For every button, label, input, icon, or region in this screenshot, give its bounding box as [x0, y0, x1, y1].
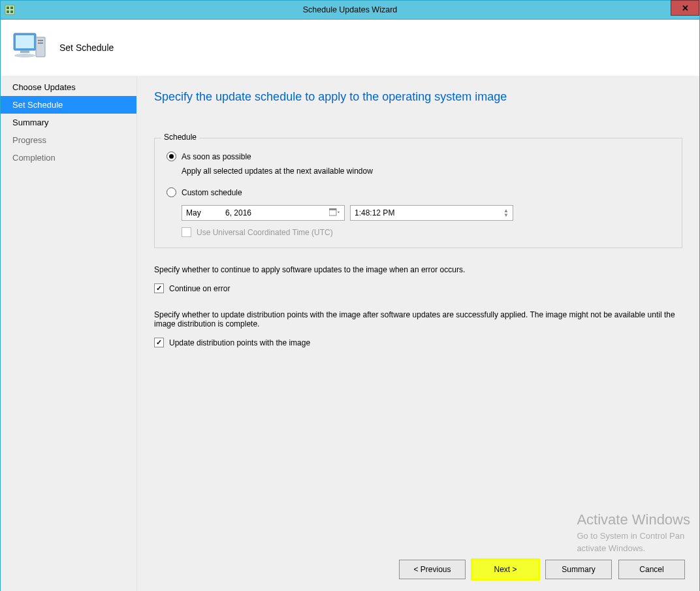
body: Choose Updates Set Schedule Summary Prog…: [1, 76, 699, 591]
svg-rect-2: [10, 7, 13, 9]
computer-icon: [11, 31, 50, 65]
wizard-button-bar: < Previous Next > Summary Cancel: [399, 560, 685, 579]
time-value: 1:48:12 PM: [355, 208, 394, 217]
svg-rect-11: [38, 42, 43, 44]
time-spinner-icon[interactable]: ▲▼: [503, 208, 509, 217]
previous-button[interactable]: < Previous: [399, 560, 466, 579]
svg-rect-3: [7, 10, 9, 13]
svg-rect-10: [38, 40, 43, 41]
svg-rect-4: [10, 10, 13, 13]
close-icon: ✕: [682, 3, 689, 13]
radio-custom-dot: [167, 187, 176, 197]
app-icon: [1, 1, 19, 19]
continue-on-error-checkbox[interactable]: Continue on error: [154, 283, 682, 293]
utc-checkbox-box: [182, 227, 191, 237]
step-choose-updates[interactable]: Choose Updates: [1, 78, 136, 96]
svg-point-8: [14, 54, 35, 57]
radio-asap-label: As soon as possible: [182, 152, 251, 161]
svg-rect-7: [20, 50, 29, 53]
continue-on-error-box: [154, 283, 164, 293]
step-progress: Progress: [1, 131, 136, 149]
radio-custom-label: Custom schedule: [182, 188, 242, 197]
radio-custom[interactable]: Custom schedule: [167, 187, 670, 197]
wizard-window: Schedule Updates Wizard ✕ Set Schedule C…: [0, 0, 700, 591]
date-picker[interactable]: May 6, 2016: [182, 205, 345, 221]
svg-rect-1: [7, 7, 9, 9]
svg-rect-6: [16, 35, 34, 48]
radio-asap[interactable]: As soon as possible: [167, 152, 670, 161]
schedule-legend: Schedule: [161, 133, 199, 142]
utc-checkbox-label: Use Universal Coordinated Time (UTC): [197, 228, 333, 237]
watermark-sub2: activate Windows.: [577, 543, 690, 553]
cancel-button[interactable]: Cancel: [618, 560, 685, 579]
calendar-dropdown-icon[interactable]: [327, 206, 342, 220]
activate-windows-watermark: Activate Windows Go to System in Control…: [577, 511, 690, 553]
close-button[interactable]: ✕: [671, 0, 699, 16]
update-dp-label: Update distribution points with the imag…: [169, 338, 310, 347]
next-button[interactable]: Next >: [472, 560, 539, 579]
time-picker[interactable]: 1:48:12 PM ▲▼: [350, 205, 513, 221]
wizard-steps-sidebar: Choose Updates Set Schedule Summary Prog…: [1, 76, 137, 591]
header-band: Set Schedule: [1, 20, 699, 76]
svg-rect-13: [329, 208, 336, 210]
step-set-schedule[interactable]: Set Schedule: [1, 96, 136, 114]
step-completion: Completion: [1, 149, 136, 167]
window-title: Schedule Updates Wizard: [1, 5, 699, 14]
content-pane: Specify the update schedule to apply to …: [137, 76, 699, 591]
watermark-title: Activate Windows: [577, 511, 690, 528]
asap-description: Apply all selected updates at the next a…: [182, 167, 670, 176]
continue-on-error-description: Specify whether to continue to apply sof…: [154, 265, 679, 274]
update-dp-box: [154, 338, 164, 347]
summary-button[interactable]: Summary: [545, 560, 612, 579]
schedule-groupbox: Schedule As soon as possible Apply all s…: [154, 138, 682, 248]
header-title: Set Schedule: [59, 42, 114, 53]
date-dayyear: 6, 2016: [225, 208, 340, 217]
date-month: May: [186, 208, 225, 217]
titlebar: Schedule Updates Wizard ✕: [1, 1, 699, 20]
update-dp-checkbox[interactable]: Update distribution points with the imag…: [154, 338, 682, 347]
step-summary[interactable]: Summary: [1, 114, 136, 131]
utc-checkbox: Use Universal Coordinated Time (UTC): [182, 227, 670, 237]
continue-on-error-label: Continue on error: [169, 284, 230, 293]
radio-asap-dot: [167, 152, 176, 161]
datetime-row: May 6, 2016 1:48:12 PM: [182, 205, 670, 221]
page-heading: Specify the update schedule to apply to …: [154, 90, 682, 104]
watermark-sub1: Go to System in Control Pan: [577, 531, 690, 541]
update-dp-description: Specify whether to update distribution p…: [154, 310, 679, 328]
